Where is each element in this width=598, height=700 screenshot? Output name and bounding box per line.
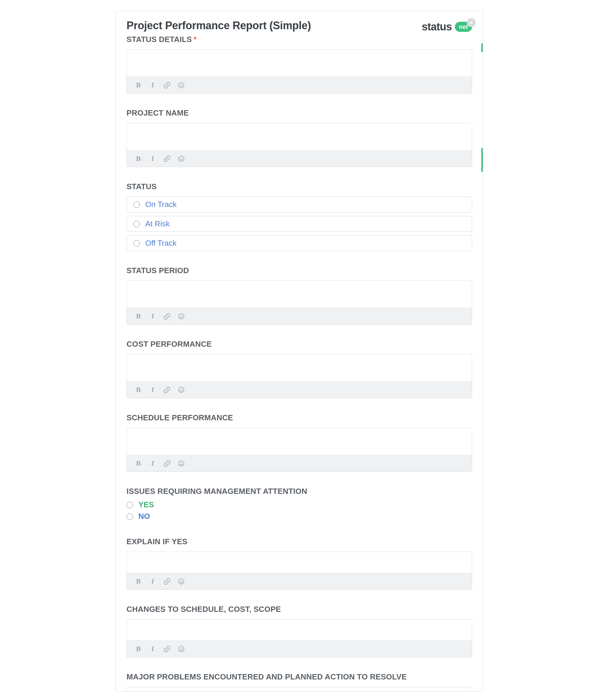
section-explain-if-yes: EXPLAIN IF YES B I (127, 537, 472, 590)
link-button[interactable] (163, 459, 171, 467)
label-issues-mgmt: ISSUES REQUIRING MANAGEMENT ATTENTION (127, 487, 472, 496)
input-changes[interactable] (127, 620, 472, 639)
rtf-cost-performance: B I (127, 354, 472, 398)
required-asterisk: * (193, 35, 197, 44)
toolbar-explain-if-yes: B I (127, 573, 472, 590)
emoji-button[interactable] (177, 312, 185, 320)
input-explain-if-yes[interactable] (127, 552, 472, 572)
smiley-icon (178, 386, 185, 394)
svg-point-13 (180, 462, 181, 463)
rtf-changes: B I (127, 619, 472, 657)
link-button[interactable] (163, 312, 171, 320)
emoji-button[interactable] (177, 645, 185, 653)
bold-button[interactable]: B (134, 312, 142, 320)
toolbar-project-name: B I (127, 150, 472, 167)
link-button[interactable] (163, 578, 171, 585)
toolbar-changes: B I (127, 641, 472, 657)
rtf-explain-if-yes: B I (127, 552, 472, 590)
link-icon (163, 578, 171, 585)
rtf-major-problems (127, 687, 472, 692)
section-major-problems: MAJOR PROBLEMS ENCOUNTERED AND PLANNED A… (127, 672, 472, 692)
smiley-icon (178, 646, 185, 653)
radio-yes[interactable] (127, 502, 133, 508)
bold-button[interactable]: B (134, 155, 142, 162)
italic-button[interactable]: I (149, 312, 157, 320)
svg-point-11 (182, 389, 182, 389)
svg-point-0 (179, 82, 184, 88)
rtf-status-details: B I (127, 49, 472, 94)
emoji-button[interactable] (177, 459, 185, 467)
radio-at-risk[interactable] (133, 221, 140, 227)
input-schedule-performance[interactable] (127, 428, 472, 454)
svg-point-18 (179, 646, 184, 652)
input-status-details[interactable] (127, 50, 472, 75)
link-button[interactable] (163, 386, 171, 394)
toolbar-cost-performance: B I (127, 381, 472, 398)
svg-point-19 (180, 648, 181, 648)
rtf-status-period: B I (127, 281, 472, 325)
smiley-icon (178, 313, 185, 320)
svg-point-6 (179, 314, 184, 319)
brand-logo: status net (422, 21, 472, 33)
status-option-at-risk[interactable]: At Risk (127, 216, 472, 232)
emoji-button[interactable] (177, 81, 185, 89)
bold-button[interactable]: B (134, 459, 142, 467)
close-button[interactable] (467, 18, 476, 27)
section-schedule-performance: SCHEDULE PERFORMANCE B I (127, 413, 472, 472)
radio-no[interactable] (127, 513, 133, 520)
radio-on-track[interactable] (133, 201, 140, 208)
input-status-period[interactable] (127, 281, 472, 306)
rtf-project-name: B I (127, 123, 472, 167)
accent-stripe (481, 43, 483, 52)
label-status-details: STATUS DETAILS* (127, 35, 472, 44)
label-schedule-performance: SCHEDULE PERFORMANCE (127, 413, 472, 422)
input-major-problems[interactable] (127, 687, 472, 692)
italic-button[interactable]: I (149, 386, 157, 394)
italic-button[interactable]: I (149, 578, 157, 585)
svg-point-14 (182, 462, 182, 463)
link-button[interactable] (163, 155, 171, 162)
input-cost-performance[interactable] (127, 354, 472, 380)
section-cost-performance: COST PERFORMANCE B I (127, 340, 472, 398)
issues-option-yes[interactable]: YES (127, 499, 472, 510)
bold-button[interactable]: B (134, 386, 142, 394)
emoji-button[interactable] (177, 155, 185, 162)
issues-radio-group: YES NO (127, 499, 472, 522)
italic-button[interactable]: I (149, 459, 157, 467)
accent-stripe (481, 148, 483, 172)
status-option-on-track[interactable]: On Track (127, 197, 472, 212)
svg-point-12 (179, 461, 184, 466)
svg-point-5 (182, 157, 182, 158)
italic-button[interactable]: I (149, 81, 157, 89)
bold-button[interactable]: B (134, 645, 142, 653)
section-status-period: STATUS PERIOD B I (127, 266, 472, 325)
emoji-button[interactable] (177, 386, 185, 394)
issues-option-no[interactable]: NO (127, 510, 472, 522)
modal-title: Project Performance Report (Simple) (127, 19, 311, 32)
radio-label: YES (138, 500, 154, 509)
label-status-period: STATUS PERIOD (127, 266, 472, 275)
svg-point-1 (180, 84, 181, 84)
smiley-icon (178, 82, 185, 89)
smiley-icon (178, 578, 185, 585)
link-button[interactable] (163, 645, 171, 653)
link-icon (163, 386, 171, 394)
input-project-name[interactable] (127, 123, 472, 149)
link-button[interactable] (163, 81, 171, 89)
status-option-off-track[interactable]: Off Track (127, 235, 472, 251)
emoji-button[interactable] (177, 578, 185, 585)
radio-label: On Track (145, 200, 177, 209)
section-changes: CHANGES TO SCHEDULE, COST, SCOPE B I (127, 605, 472, 657)
svg-point-2 (182, 84, 182, 84)
svg-point-9 (179, 387, 184, 393)
modal-header: Project Performance Report (Simple) stat… (127, 19, 472, 33)
radio-off-track[interactable] (133, 240, 140, 247)
italic-button[interactable]: I (149, 155, 157, 162)
bold-button[interactable]: B (134, 81, 142, 89)
italic-button[interactable]: I (149, 645, 157, 653)
section-status-details: STATUS DETAILS* B I (127, 35, 472, 94)
svg-point-10 (180, 389, 181, 389)
bold-button[interactable]: B (134, 578, 142, 585)
toolbar-status-details: B I (127, 77, 472, 93)
svg-point-8 (182, 315, 182, 316)
